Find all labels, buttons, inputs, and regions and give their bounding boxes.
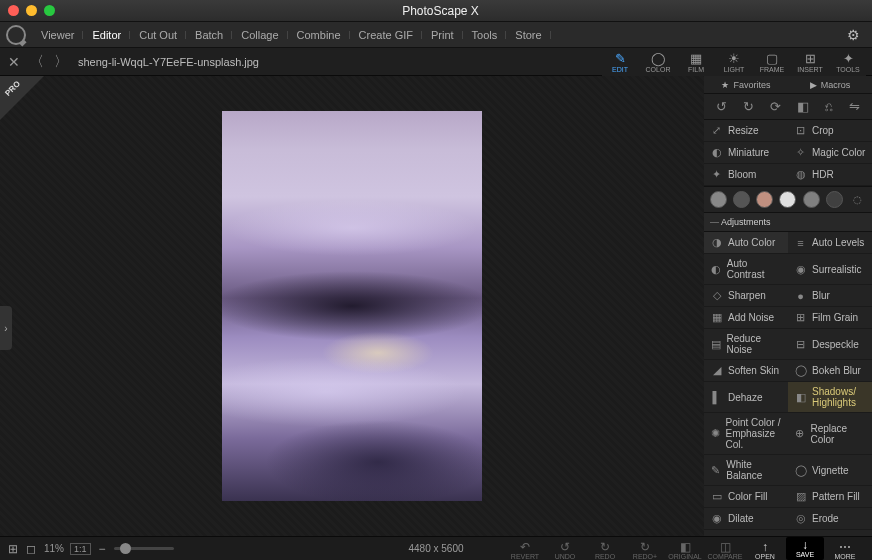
transform-icon-0[interactable]: ↺ (716, 99, 727, 114)
tool-miniature[interactable]: ◐Miniature (704, 142, 788, 164)
menu-viewer[interactable]: Viewer (32, 29, 83, 41)
tool-crop[interactable]: ⊡Crop (788, 120, 872, 142)
close-file-icon[interactable]: ✕ (8, 54, 20, 70)
tool-resize[interactable]: ⤢Resize (704, 120, 788, 142)
reduce-icon: ▤ (710, 338, 721, 351)
menu-collage[interactable]: Collage (232, 29, 287, 41)
pattern-icon: ▨ (794, 490, 807, 503)
color-icon: ▭ (710, 490, 723, 503)
adjust-vignette[interactable]: ◯Vignette (788, 455, 872, 486)
droplet-icon[interactable]: ◌ (849, 191, 866, 208)
settings-gear-icon[interactable]: ⚙ (841, 27, 866, 43)
point-icon: ✺ (710, 427, 720, 440)
mode-tab-edit[interactable]: ✎EDIT (602, 52, 638, 73)
adjust-dehaze[interactable]: ▌Dehaze (704, 382, 788, 413)
magic color-icon: ✧ (794, 146, 807, 159)
film-icon: ⊞ (794, 311, 807, 324)
adjust-white[interactable]: ✎White Balance (704, 455, 788, 486)
adjust-pattern[interactable]: ▨Pattern Fill (788, 486, 872, 508)
action-more[interactable]: ⋯MORE (826, 541, 864, 560)
transform-icon-3[interactable]: ◧ (797, 99, 809, 114)
mode-tab-film[interactable]: ▦FILM (678, 52, 714, 73)
status-bar: ⊞ ◻ 11% 1:1 − 4480 x 5600 ↶REVERT↺UNDO↻R… (0, 536, 872, 560)
action-undo: ↺UNDO (546, 541, 584, 560)
menu-store[interactable]: Store (506, 29, 550, 41)
menu-batch[interactable]: Batch (186, 29, 232, 41)
tool-bloom[interactable]: ✦Bloom (704, 164, 788, 186)
adjust-auto[interactable]: ◐Auto Contrast (704, 254, 788, 285)
transform-icon-5[interactable]: ⇋ (849, 99, 860, 114)
expand-sidebar-icon[interactable]: › (0, 306, 12, 350)
zoom-slider[interactable] (114, 547, 174, 550)
grid-icon[interactable]: ⊞ (8, 542, 18, 556)
adjust-film[interactable]: ⊞Film Grain (788, 307, 872, 329)
image-canvas[interactable] (222, 111, 482, 501)
color-icon: ◯ (651, 52, 666, 66)
transform-icon-1[interactable]: ↻ (743, 99, 754, 114)
swatch-1[interactable] (733, 191, 750, 208)
action-save[interactable]: ↓SAVE (786, 537, 824, 560)
adjust-reduce[interactable]: ▤Reduce Noise (704, 329, 788, 360)
compare-icon: ◫ (720, 541, 731, 553)
menu-cut-out[interactable]: Cut Out (130, 29, 186, 41)
adjust-auto[interactable]: ◑Auto Color (704, 232, 788, 254)
next-file-icon[interactable]: 〉 (54, 53, 68, 71)
adjust-color[interactable]: ▭Color Fill (704, 486, 788, 508)
prev-file-icon[interactable]: 〈 (30, 53, 44, 71)
zoom-out-icon[interactable]: − (99, 542, 106, 556)
menu-editor[interactable]: Editor (83, 29, 130, 41)
mode-tabs: ✎EDIT◯COLOR▦FILM☀LIGHT▢FRAME⊞INSERT✦TOOL… (602, 48, 866, 76)
adjust-surrealistic[interactable]: ◉Surrealistic (788, 254, 872, 285)
adjust-despeckle[interactable]: ⊟Despeckle (788, 329, 872, 360)
menu-tools[interactable]: Tools (463, 29, 507, 41)
swatch-5[interactable] (826, 191, 843, 208)
adjust-point[interactable]: ✺Point Color / Emphasize Col. (704, 413, 788, 455)
adjust-erode[interactable]: ◎Erode (788, 508, 872, 530)
surrealistic-icon: ◉ (794, 263, 807, 276)
transform-icon-2[interactable]: ⟳ (770, 99, 781, 114)
adjust-replace[interactable]: ⊕Replace Color (788, 413, 872, 455)
adjust-shadows[interactable]: ◧Shadows/ Highlights (788, 382, 872, 413)
tool-hdr[interactable]: ◍HDR (788, 164, 872, 186)
erode-icon: ◎ (794, 512, 807, 525)
adjust-bokeh[interactable]: ◯Bokeh Blur (788, 360, 872, 382)
mode-tab-light[interactable]: ☀LIGHT (716, 52, 752, 73)
fit-button[interactable]: 1:1 (70, 543, 91, 555)
original-icon: ◧ (680, 541, 691, 553)
mode-tab-insert[interactable]: ⊞INSERT (792, 52, 828, 73)
menu-print[interactable]: Print (422, 29, 463, 41)
adjustments-header[interactable]: Adjustments (704, 213, 872, 232)
menu-combine[interactable]: Combine (288, 29, 350, 41)
crop-overlay-icon[interactable]: ◻ (26, 542, 36, 556)
transform-icon-4[interactable]: ⎌ (825, 99, 833, 114)
miniature-icon: ◐ (710, 146, 723, 159)
macros-tab[interactable]: ▶ Macros (788, 76, 872, 93)
adjust-auto[interactable]: ≡Auto Levels (788, 232, 872, 254)
tool-magic-color[interactable]: ✧Magic Color (788, 142, 872, 164)
swatch-4[interactable] (803, 191, 820, 208)
swatch-2[interactable] (756, 191, 773, 208)
bottom-actions: ↶REVERT↺UNDO↻REDO↻REDO+◧ORIGINAL◫COMPARE… (506, 537, 864, 560)
swatch-3[interactable] (779, 191, 796, 208)
zoom-value[interactable]: 11% (44, 543, 64, 554)
mode-tab-tools[interactable]: ✦TOOLS (830, 52, 866, 73)
adjust-soften[interactable]: ◢Soften Skin (704, 360, 788, 382)
adjust-sharpen[interactable]: ◇Sharpen (704, 285, 788, 307)
app-logo-icon[interactable] (6, 25, 26, 45)
adjust-add[interactable]: ▦Add Noise (704, 307, 788, 329)
menu-create-gif[interactable]: Create GIF (350, 29, 422, 41)
quick-tools: ⤢Resize⊡Crop◐Miniature✧Magic Color✦Bloom… (704, 120, 872, 186)
mode-tab-frame[interactable]: ▢FRAME (754, 52, 790, 73)
fav-macro-row: ★ Favorites ▶ Macros (704, 76, 872, 94)
adjust-dilate[interactable]: ◉Dilate (704, 508, 788, 530)
mode-tab-color[interactable]: ◯COLOR (640, 52, 676, 73)
adjust-blur[interactable]: ●Blur (788, 285, 872, 307)
favorites-tab[interactable]: ★ Favorites (704, 76, 788, 93)
edit-panel: ★ Favorites ▶ Macros ↺↻⟳◧⎌⇋ ⤢Resize⊡Crop… (704, 76, 872, 536)
swatch-0[interactable] (710, 191, 727, 208)
redo-icon: ↻ (600, 541, 610, 553)
action-original: ◧ORIGINAL (666, 541, 704, 560)
film-icon: ▦ (690, 52, 702, 66)
more-icon: ⋯ (839, 541, 851, 553)
action-open[interactable]: ↑OPEN (746, 541, 784, 560)
